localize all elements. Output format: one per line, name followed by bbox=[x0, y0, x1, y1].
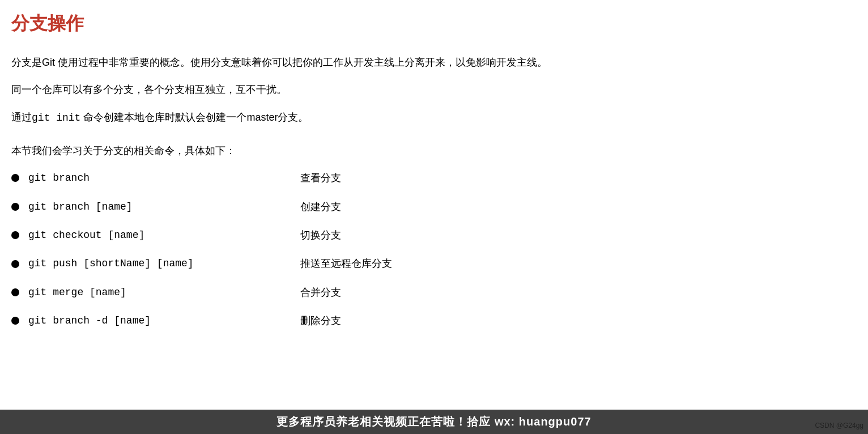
command-item-1: git branch [name]创建分支 bbox=[11, 198, 851, 216]
paragraph-2: 同一个仓库可以有多个分支，各个分支相互独立，互不干扰。 bbox=[11, 80, 851, 99]
command-item-4: git merge [name]合并分支 bbox=[11, 283, 851, 301]
command-desc: 创建分支 bbox=[300, 198, 341, 216]
command-code: git branch bbox=[28, 169, 300, 187]
command-desc: 推送至远程仓库分支 bbox=[300, 254, 392, 273]
page-title: 分支操作 bbox=[11, 11, 851, 36]
bullet-icon bbox=[11, 288, 19, 296]
command-item-3: git push [shortName] [name]推送至远程仓库分支 bbox=[11, 254, 851, 273]
command-code: git branch [name] bbox=[28, 198, 300, 216]
command-list: git branch查看分支git branch [name]创建分支git c… bbox=[11, 169, 851, 330]
bullet-icon bbox=[11, 231, 19, 239]
command-item-2: git checkout [name]切换分支 bbox=[11, 226, 851, 244]
paragraph-3: 通过git init 命令创建本地仓库时默认会创建一个master分支。 bbox=[11, 108, 851, 127]
command-desc: 切换分支 bbox=[300, 226, 341, 244]
command-desc: 合并分支 bbox=[300, 283, 341, 301]
command-item-5: git branch -d [name]删除分支 bbox=[11, 312, 851, 330]
paragraph-1: 分支是Git 使用过程中非常重要的概念。使用分支意味着你可以把你的工作从开发主线… bbox=[11, 53, 851, 71]
bullet-icon bbox=[11, 260, 19, 268]
command-desc: 删除分支 bbox=[300, 312, 341, 330]
command-code: git checkout [name] bbox=[28, 226, 300, 244]
command-code: git merge [name] bbox=[28, 283, 300, 301]
command-desc: 查看分支 bbox=[300, 169, 341, 187]
section-intro: 本节我们会学习关于分支的相关命令，具体如下： bbox=[11, 144, 851, 158]
bullet-icon bbox=[11, 174, 19, 182]
command-code: git branch -d [name] bbox=[28, 312, 300, 330]
bottom-banner: 更多程序员养老相关视频正在苦啦！拾应 wx: huangpu077 bbox=[0, 410, 868, 434]
bullet-icon bbox=[11, 203, 19, 211]
bullet-icon bbox=[11, 317, 19, 325]
command-code: git push [shortName] [name] bbox=[28, 254, 300, 273]
command-item-0: git branch查看分支 bbox=[11, 169, 851, 187]
